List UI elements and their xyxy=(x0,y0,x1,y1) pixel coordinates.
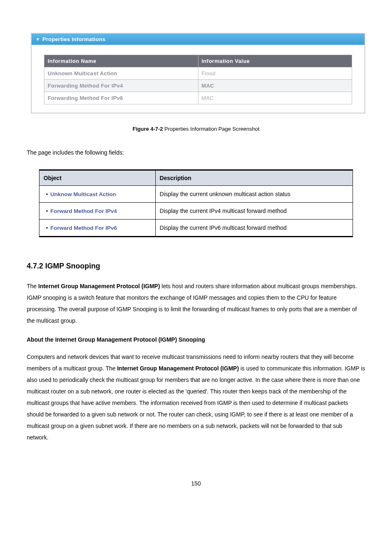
table-row: Unknown Multicast Action Flood xyxy=(44,67,352,80)
figure-label: Figure 4-7-2 xyxy=(133,126,163,132)
field-description: Display the current IPv4 multicast forwa… xyxy=(155,203,353,220)
bullet-icon: • xyxy=(46,208,48,214)
body-paragraph-2: Computers and network devices that want … xyxy=(27,351,365,443)
table-row: •Forward Method For IPv6 Display the cur… xyxy=(39,220,353,237)
bullet-icon: • xyxy=(46,191,48,197)
col-information-value: Information Value xyxy=(198,55,352,67)
col-description: Description xyxy=(155,170,353,186)
properties-panel-header[interactable]: ▼ Properties Informations xyxy=(32,34,364,45)
prop-name: Forwarding Method For IPv6 xyxy=(44,92,198,104)
col-object: Object xyxy=(39,170,156,186)
field-object: •Forward Method For IPv4 xyxy=(39,203,156,220)
table-row: Forwarding Method For IPv4 MAC xyxy=(44,80,352,92)
figure-text: Properties Information Page Screenshot xyxy=(164,126,259,132)
collapse-triangle-icon: ▼ xyxy=(36,37,40,42)
page-number: 150 xyxy=(27,480,365,487)
col-information-name: Information Name xyxy=(44,55,198,67)
panel-title: Properties Informations xyxy=(42,36,106,42)
field-object: •Unknow Multicast Action xyxy=(39,186,156,203)
prop-value: MAC xyxy=(198,80,352,92)
prop-value: MAC xyxy=(198,92,352,104)
table-row: •Unknow Multicast Action Display the cur… xyxy=(39,186,353,203)
figure-caption: Figure 4-7-2 Properties Information Page… xyxy=(27,126,365,132)
field-object-label: Unknow Multicast Action xyxy=(51,191,116,197)
properties-panel: ▼ Properties Informations Information Na… xyxy=(31,33,365,113)
field-description: Display the current unknown multicast ac… xyxy=(155,186,353,203)
prop-name: Unknown Multicast Action xyxy=(44,67,198,80)
text-segment-bold: Internet Group Management Protocol (IGMP… xyxy=(38,283,160,289)
properties-panel-inner: ▼ Properties Informations Information Na… xyxy=(32,34,364,113)
table-row: Forwarding Method For IPv6 MAC xyxy=(44,92,352,104)
body-paragraph-1: The Internet Group Management Protocol (… xyxy=(27,280,365,326)
prop-value: Flood xyxy=(198,67,352,80)
field-object-label: Forward Method For IPv4 xyxy=(51,208,117,214)
text-segment: The xyxy=(27,283,38,289)
properties-header-row: Information Name Information Value xyxy=(44,55,352,67)
text-segment-bold: Internet Group Management Protocol (IGMP… xyxy=(117,365,239,372)
table-row: •Forward Method For IPv4 Display the cur… xyxy=(39,203,353,220)
field-header-row: Object Description xyxy=(39,170,353,186)
field-object: •Forward Method For IPv6 xyxy=(39,220,156,237)
prop-name: Forwarding Method For IPv4 xyxy=(44,80,198,92)
field-description: Display the current IPv6 multicast forwa… xyxy=(155,220,353,237)
intro-text: The page includes the following fields: xyxy=(27,148,365,157)
sub-heading: About the Internet Group Management Prot… xyxy=(27,336,365,343)
properties-table: Information Name Information Value Unkno… xyxy=(44,55,352,104)
field-object-label: Forward Method For IPv6 xyxy=(51,225,117,231)
field-description-table: Object Description •Unknow Multicast Act… xyxy=(39,169,353,237)
section-heading: 4.7.2 IGMP Snooping xyxy=(27,262,365,271)
bullet-icon: • xyxy=(46,225,48,231)
text-segment: is used to communicate this information.… xyxy=(27,365,365,441)
